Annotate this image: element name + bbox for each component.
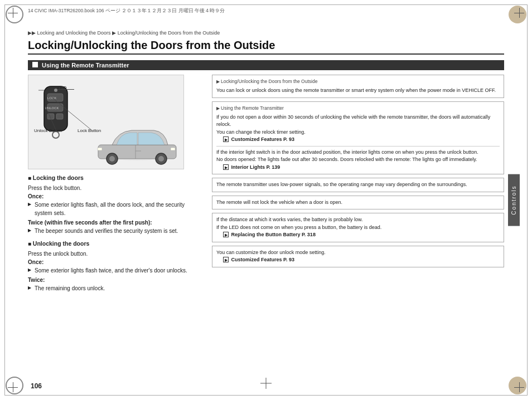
unlocking-intro: Press the unlock button. (28, 250, 201, 258)
breadcrumb-arrow1: ▶▶ (28, 30, 36, 36)
left-text-content: Locking the doors Press the lock button.… (28, 174, 201, 292)
note-box-3: The remote transmitter uses low-power si… (212, 178, 504, 192)
sidebar-label: Controls (511, 185, 517, 214)
main-content: Locking/Unlocking the Doors from the Out… (28, 39, 504, 378)
once2-label: Once: (28, 258, 201, 266)
svg-line-11 (52, 97, 93, 131)
note-box-5: If the distance at which it works varies… (212, 213, 504, 242)
note-text-1: You can lock or unlock doors using the r… (216, 87, 500, 95)
once2-text: Some exterior lights flash twice, and th… (28, 266, 201, 275)
file-info: 14 CIVIC IMA-31TR26200.book 106 ページ ２０１３… (28, 8, 225, 14)
note-box-2: Using the Remote Transmitter If you do n… (212, 101, 504, 175)
note-text-3-2: No doors opened: The lights fade out aft… (216, 156, 500, 164)
note-box-6: You can customize the door unlock mode s… (212, 246, 504, 267)
note-text-6-1: If the distance at which it works varies… (216, 216, 500, 224)
car-image-area: LOCK UNLOCK LED Unlock Button Lock Butto… (28, 75, 184, 169)
two-column-layout: LOCK UNLOCK LED Unlock Button Lock Butto… (28, 75, 504, 378)
locking-intro: Press the lock button. (28, 184, 201, 192)
svg-rect-19 (98, 148, 102, 150)
note-title-2: Using the Remote Transmitter (216, 105, 500, 112)
svg-rect-18 (171, 148, 175, 150)
note-ref-7-text: Customized Features P. 93 (231, 257, 294, 262)
breadcrumb-part1: Locking and Unlocking the Doors (37, 30, 111, 36)
note-text-2-2: You can change the relock timer setting. (216, 129, 500, 136)
bottom-center-crosshair (260, 378, 272, 390)
note-ref-6-text: Replacing the Button Battery P. 318 (231, 232, 316, 237)
note-text-4: The remote transmitter uses low-power si… (216, 181, 500, 189)
car-illustration (95, 121, 179, 166)
separator-1 (216, 146, 500, 147)
twice2-text: The remaining doors unlock. (28, 284, 201, 292)
note-ref-3: ▶ Interior Lights P. 139 (216, 164, 500, 172)
svg-point-15 (109, 156, 115, 162)
right-column: Locking/Unlocking the Doors from the Out… (212, 75, 504, 378)
note-box-4: The remote will not lock the vehicle whe… (212, 196, 504, 210)
svg-line-10 (45, 106, 56, 131)
note-text-6-2: If the LED does not come on when you pre… (216, 224, 500, 232)
locking-title: Locking the doors (28, 174, 201, 183)
note-text-3: If the interior light switch is in the d… (216, 149, 500, 157)
note-ref-2-text: Customized Features P. 93 (231, 136, 294, 142)
section-marker (32, 62, 38, 67)
page-title: Locking/Unlocking the Doors from the Out… (28, 39, 504, 55)
note-text-5: The remote will not lock the vehicle whe… (216, 199, 500, 207)
twice-text: The beeper sounds and verifies the secur… (28, 227, 201, 235)
ref-icon-6: ▶ (223, 232, 229, 237)
note-ref-3-text: Interior Lights P. 139 (231, 164, 280, 170)
twice-label: Twice (within five seconds after the fir… (28, 218, 201, 227)
page-number: 106 (31, 382, 42, 390)
section-title: Using the Remote Transmitter (42, 62, 129, 69)
ref-icon-2: ▶ (223, 136, 229, 142)
once-label: Once: (28, 192, 201, 201)
twice2-label: Twice: (28, 276, 201, 284)
file-header: 14 CIVIC IMA-31TR26200.book 106 ページ ２０１３… (28, 8, 504, 14)
breadcrumb-sep1: ▶ (112, 30, 116, 36)
note-ref-2: ▶ Customized Features P. 93 (216, 136, 500, 144)
breadcrumb-part2: Locking/Unlocking the Doors from the Out… (118, 30, 220, 36)
once-text: Some exterior lights flash, all the door… (28, 201, 201, 217)
breadcrumb: ▶▶ Locking and Unlocking the Doors ▶ Loc… (28, 30, 504, 36)
svg-point-17 (158, 156, 164, 162)
note-ref-7: ▶ Customized Features P. 93 (216, 256, 500, 264)
ref-icon-7: ▶ (223, 257, 229, 262)
note-text-2-1: If you do not open a door within 30 seco… (216, 114, 500, 129)
sidebar-tab: Controls (508, 174, 520, 226)
left-column: LOCK UNLOCK LED Unlock Button Lock Butto… (28, 75, 201, 378)
note-ref-6: ▶ Replacing the Button Battery P. 318 (216, 231, 500, 239)
ref-icon-3: ▶ (223, 164, 229, 170)
note-box-1: Locking/Unlocking the Doors from the Out… (212, 75, 504, 98)
unlocking-title: Unlocking the doors (28, 240, 201, 248)
note-text-7: You can customize the door unlock mode s… (216, 249, 500, 257)
note-title-1: Locking/Unlocking the Doors from the Out… (216, 78, 500, 85)
section-header: Using the Remote Transmitter (28, 60, 504, 70)
